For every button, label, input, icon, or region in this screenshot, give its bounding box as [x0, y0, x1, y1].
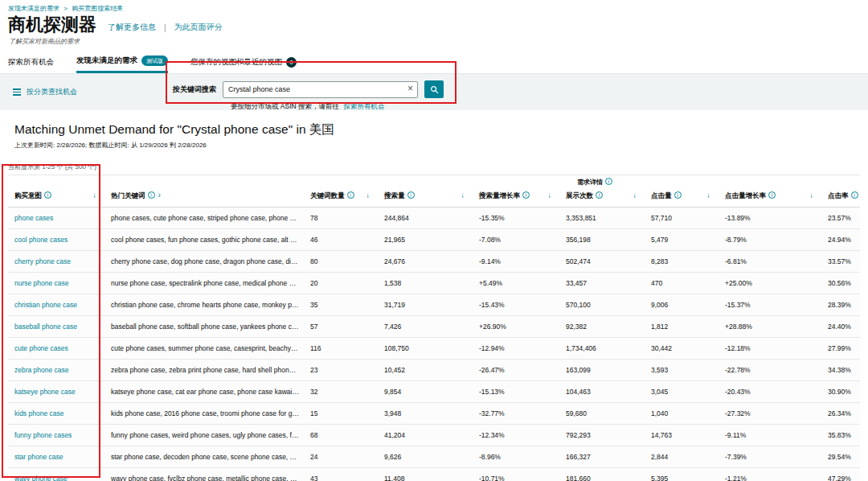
intent-link[interactable]: star phone case: [14, 453, 63, 461]
cell-click-growth: -9.11%: [719, 425, 821, 446]
info-icon[interactable]: i: [407, 191, 415, 199]
sort-arrow-icon[interactable]: ↓: [92, 191, 96, 199]
cell-kw-count: 32: [304, 381, 378, 403]
cell-clicks: 470: [645, 273, 719, 294]
sort-arrow-icon[interactable]: ↓: [366, 191, 370, 199]
sort-arrow-icon[interactable]: ↓: [706, 191, 710, 199]
intent-link[interactable]: funny phone cases: [14, 431, 72, 439]
intent-link[interactable]: wavy phone case: [14, 475, 68, 481]
cell-intent: baseball phone case: [8, 316, 104, 338]
table-row: star phone casestar phone case, decoden …: [8, 446, 860, 468]
col-header-clicks[interactable]: 点击量i↓: [645, 187, 719, 208]
breadcrumb: 发现未满足的需求 > 购买意图搜索结果: [0, 0, 868, 13]
col-header-click-growth[interactable]: 点击量增长率i↓: [719, 187, 821, 208]
cell-clicks: 57,710: [645, 208, 719, 229]
find-by-category-label: 按分类查找机会: [27, 87, 77, 97]
cell-ctr: 28.39%: [821, 294, 860, 316]
col-header-search-volume[interactable]: 搜索量i↓: [378, 187, 473, 208]
info-icon[interactable]: i: [522, 191, 530, 199]
info-icon[interactable]: i: [347, 191, 354, 199]
cell-intent: cool phone cases: [8, 229, 104, 251]
column-label: 搜索量增长率: [479, 191, 520, 199]
find-by-category-button[interactable]: 按分类查找机会: [13, 87, 77, 97]
cell-keywords: cute phone cases, summer phone case, cas…: [104, 338, 304, 360]
table-row: wavy phone casewavy phone case, fvclbz p…: [8, 468, 860, 481]
cell-impressions: 792,293: [559, 425, 645, 446]
tab-explore-all-opportunities[interactable]: 探索所有机会: [8, 56, 54, 73]
keyword-search-input[interactable]: [223, 81, 418, 98]
cell-kw-count: 80: [304, 251, 378, 273]
learn-more-link[interactable]: 了解更多信息: [108, 22, 156, 33]
cell-clicks: 14,763: [645, 425, 719, 446]
cell-clicks: 5,395: [645, 468, 719, 481]
cell-click-growth: -22.78%: [719, 360, 821, 381]
explore-all-opportunities-link[interactable]: 探索所有机会: [343, 102, 384, 110]
sort-arrow-icon[interactable]: ↓: [547, 191, 551, 199]
links-divider: |: [164, 23, 166, 32]
cell-ctr: 30.90%: [821, 381, 860, 403]
column-label: 关键词数量: [310, 191, 345, 199]
info-icon[interactable]: i: [596, 191, 603, 199]
col-header-ctr[interactable]: 点击率i: [821, 187, 860, 208]
table-row: phone casesphone cases, cute phone case,…: [8, 208, 860, 229]
cell-clicks: 3,045: [645, 381, 719, 403]
sort-arrow-icon[interactable]: ↓: [461, 191, 465, 199]
col-header-impressions[interactable]: 展示次数i↓: [559, 187, 645, 208]
sort-arrow-icon[interactable]: ↓: [809, 191, 813, 199]
intent-link[interactable]: zebra phone case: [14, 366, 69, 374]
intent-link[interactable]: cute phone cases: [14, 344, 68, 352]
hamburger-icon: [13, 88, 21, 96]
intent-link[interactable]: phone cases: [14, 214, 53, 222]
tab-saved-and-recent-views[interactable]: 您保存的视图和最近的视图 0: [190, 56, 297, 73]
cell-search-growth: +5.49%: [473, 273, 559, 294]
page-header: 商机探测器 了解更多信息 | 为此页面评分: [0, 13, 868, 35]
info-icon[interactable]: i: [605, 178, 612, 185]
breadcrumb-link-unmet-demand[interactable]: 发现未满足的需求: [8, 5, 59, 12]
cell-intent: cute phone cases: [8, 338, 104, 360]
breadcrumb-separator-icon: >: [63, 5, 68, 12]
chevron-right-icon[interactable]: ›: [158, 191, 161, 199]
cell-kw-count: 78: [304, 208, 378, 229]
cell-intent: phone cases: [8, 208, 104, 229]
col-header-keyword-count[interactable]: 关键词数量i↓: [304, 187, 378, 208]
intent-link[interactable]: cherry phone case: [14, 257, 71, 265]
cell-search-vol: 10,452: [378, 360, 473, 381]
info-icon[interactable]: i: [768, 191, 776, 199]
cell-clicks: 8,283: [645, 251, 719, 273]
cell-search-vol: 9,854: [378, 381, 473, 403]
cell-click-growth: +28.88%: [719, 316, 821, 338]
info-icon[interactable]: i: [674, 191, 682, 199]
table-row: katseye phone casekatseye phone case, ca…: [8, 381, 860, 403]
breadcrumb-link-search-results[interactable]: 购买意图搜索结果: [72, 5, 123, 12]
tab-discover-unmet-demand[interactable]: 发现未满足的需求 测试版: [76, 56, 168, 73]
data-update-info: 上次更新时间: 2/28/2026; 数据截止时间: 从 1/29/2026 到…: [14, 141, 860, 150]
filter-bar: 按分类查找机会 按关键词搜索 × 要按细分市场或 ASIN 搜索，请前往 探索所…: [0, 73, 868, 110]
cell-clicks: 1,040: [645, 403, 719, 425]
intent-link[interactable]: baseball phone case: [14, 323, 77, 331]
intent-link[interactable]: christian phone case: [14, 301, 77, 309]
cell-kw-count: 15: [304, 403, 378, 425]
sort-arrow-icon[interactable]: ↓: [633, 191, 637, 199]
info-icon[interactable]: i: [851, 191, 858, 199]
info-icon[interactable]: i: [44, 191, 51, 199]
intent-link[interactable]: kids phone case: [14, 409, 63, 417]
page-subtitle: 了解买家对新商品的需求: [0, 35, 868, 46]
intent-link[interactable]: cool phone cases: [14, 236, 68, 244]
cell-intent: kids phone case: [8, 403, 104, 425]
cell-search-growth: -32.77%: [473, 403, 559, 425]
col-header-top-keywords[interactable]: 热门关键词i›: [104, 187, 304, 208]
info-icon[interactable]: i: [148, 191, 155, 199]
cell-clicks: 2,844: [645, 446, 719, 468]
cell-impressions: 570,100: [559, 294, 645, 316]
clear-icon[interactable]: ×: [407, 83, 413, 94]
cell-keywords: cool phone cases, fun phone cases, gothi…: [104, 229, 304, 251]
search-button[interactable]: [424, 80, 444, 98]
intent-link[interactable]: katseye phone case: [14, 388, 76, 396]
col-header-search-volume-growth[interactable]: 搜索量增长率i↓: [473, 187, 559, 208]
cell-keywords: funny phone cases, weird phone cases, ug…: [104, 425, 304, 446]
cell-intent: funny phone cases: [8, 425, 104, 446]
cell-clicks: 30,442: [645, 338, 719, 360]
intent-link[interactable]: nurse phone case: [14, 279, 69, 287]
rate-page-link[interactable]: 为此页面评分: [174, 22, 223, 33]
col-header-purchase-intent[interactable]: 购买意图i↓: [8, 187, 104, 208]
